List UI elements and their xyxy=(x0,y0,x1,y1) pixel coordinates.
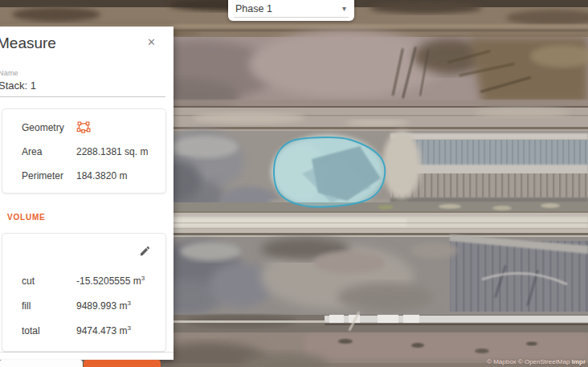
fill-label: fill xyxy=(22,300,76,312)
page-title: Measure xyxy=(0,35,56,51)
phase-select-value: Phase 1 xyxy=(235,3,272,14)
geometry-row: Geometry xyxy=(2,115,165,140)
save-button[interactable]: SAVE xyxy=(84,360,161,367)
cut-value: -15.5205555 m3 xyxy=(76,275,145,287)
perimeter-row: Perimeter 184.3820 m xyxy=(2,164,165,188)
panel-footer: CANCEL SAVE xyxy=(0,352,174,367)
fill-value: 9489.993 m3 xyxy=(76,300,131,312)
pencil-icon xyxy=(139,245,151,257)
total-value: 9474.473 m3 xyxy=(76,324,131,336)
details-card: Geometry Area 2288.1381 sq. m xyxy=(2,108,166,194)
total-label: total xyxy=(22,325,76,336)
area-value: 2288.1381 sq. m xyxy=(76,146,148,157)
perimeter-value: 184.3820 m xyxy=(76,170,127,181)
improve-map-link[interactable]: Impr xyxy=(572,358,586,365)
polygon-icon xyxy=(76,121,91,133)
edit-volume-button[interactable] xyxy=(137,243,153,262)
measure-panel: Measure ✕ Name Geometry xyxy=(0,27,174,360)
osm-attribution-link[interactable]: © OpenStreetMap xyxy=(518,358,570,365)
name-input[interactable] xyxy=(0,77,165,97)
app-window: © Mapbox © OpenStreetMap Impr Phase 1 ▾ … xyxy=(0,0,588,367)
map-attribution: © Mapbox © OpenStreetMap Impr xyxy=(487,359,586,365)
cancel-button[interactable]: CANCEL xyxy=(0,360,83,367)
select-underline xyxy=(234,17,349,18)
phase-select[interactable]: Phase 1 ▾ xyxy=(228,0,354,21)
close-icon[interactable]: ✕ xyxy=(145,35,157,49)
mapbox-attribution-link[interactable]: © Mapbox xyxy=(487,358,517,365)
perimeter-label: Perimeter xyxy=(22,170,76,181)
geometry-label: Geometry xyxy=(22,122,76,133)
cut-label: cut xyxy=(22,275,76,287)
fill-row: fill 9489.993 m3 xyxy=(2,293,165,318)
area-label: Area xyxy=(22,146,76,157)
volume-heading: VOLUME xyxy=(7,213,174,222)
area-row: Area 2288.1381 sq. m xyxy=(2,140,165,164)
name-field-label: Name xyxy=(0,69,165,77)
measure-polygon[interactable] xyxy=(274,137,385,207)
cut-row: cut -15.5205555 m3 xyxy=(2,268,165,293)
total-row: total 9474.473 m3 xyxy=(2,318,165,343)
chevron-down-icon: ▾ xyxy=(342,5,346,13)
volume-card: cut -15.5205555 m3 fill 9489.993 m3 tota… xyxy=(2,233,166,352)
